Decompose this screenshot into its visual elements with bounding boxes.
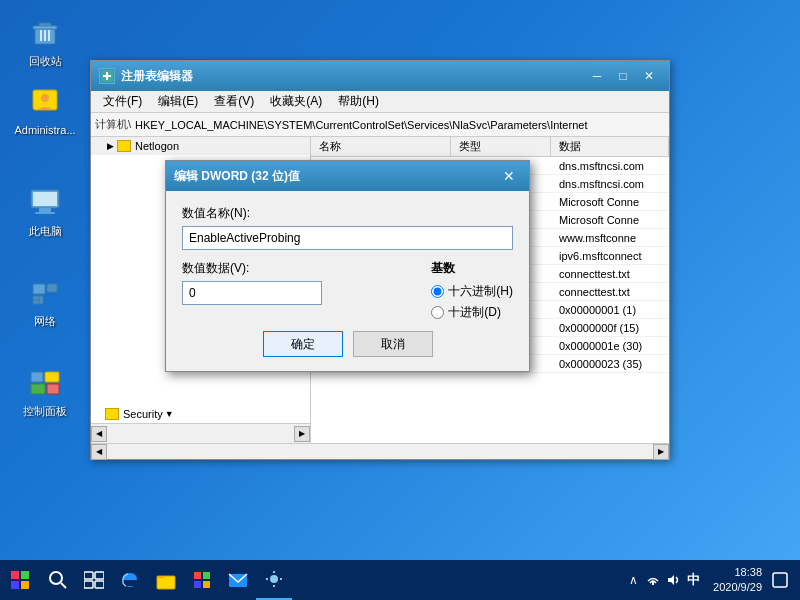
left-scroll-right-btn[interactable]: ▶: [294, 426, 310, 442]
hex-radio-label[interactable]: 十六进制(H): [431, 283, 513, 300]
svg-line-29: [61, 583, 66, 588]
menu-bar: 文件(F) 编辑(E) 查看(V) 收藏夹(A) 帮助(H): [91, 91, 669, 113]
notification-center-button[interactable]: [768, 560, 792, 600]
recycle-bin-label: 回收站: [29, 54, 62, 69]
administrator-label: Administra...: [14, 124, 75, 136]
h-scroll-right[interactable]: ▶: [653, 444, 669, 460]
svg-rect-38: [203, 581, 210, 588]
ok-button[interactable]: 确定: [263, 331, 343, 357]
dec-radio[interactable]: [431, 306, 444, 319]
minimize-button[interactable]: ─: [585, 66, 609, 86]
svg-rect-10: [39, 208, 51, 212]
security-expand-arrow: ▼: [165, 409, 174, 419]
col-header-type: 类型: [451, 137, 551, 156]
left-scroll-left-btn[interactable]: ◀: [91, 426, 107, 442]
control-panel-label: 控制面板: [23, 404, 67, 419]
dialog-close-button[interactable]: ✕: [497, 166, 521, 186]
taskbar-explorer-icon[interactable]: [148, 560, 184, 600]
svg-rect-27: [21, 581, 29, 589]
svg-rect-24: [11, 571, 19, 579]
tree-item-netlogon[interactable]: ▶ Netlogon: [91, 137, 310, 155]
desktop-icon-administrator[interactable]: Administra...: [10, 80, 80, 140]
system-clock[interactable]: 18:38 2020/9/29: [713, 565, 762, 596]
clock-date: 2020/9/29: [713, 580, 762, 595]
tray-ime-icon[interactable]: 中: [685, 572, 701, 588]
svg-rect-18: [45, 372, 59, 382]
tray-volume-icon[interactable]: [665, 572, 681, 588]
task-view-button[interactable]: [76, 560, 112, 600]
menu-view[interactable]: 查看(V): [206, 91, 262, 112]
left-panel-bottom-scrollbar: ◀ Security ▼ ▶: [91, 423, 310, 443]
dec-label: 十进制(D): [448, 304, 501, 321]
left-scroll-area: Security ▼: [107, 424, 294, 444]
dialog-title: 编辑 DWORD (32 位)值: [174, 168, 300, 185]
base-group: 基数 十六进制(H) 十进制(D): [431, 260, 513, 321]
tray-icons: ∧ 中: [625, 572, 701, 588]
svg-rect-36: [203, 572, 210, 579]
administrator-icon: [27, 84, 63, 120]
col-header-name: 名称: [311, 137, 451, 156]
svg-rect-26: [11, 581, 19, 589]
menu-edit[interactable]: 编辑(E): [150, 91, 206, 112]
svg-point-28: [50, 572, 62, 584]
svg-rect-30: [84, 572, 93, 579]
menu-file[interactable]: 文件(F): [95, 91, 150, 112]
taskbar-weather-icon[interactable]: [256, 560, 292, 600]
svg-rect-35: [194, 572, 201, 579]
network-label: 网络: [34, 314, 56, 329]
taskbar-mail-icon[interactable]: [220, 560, 256, 600]
computer-icon: [27, 184, 63, 220]
security-folder-icon: [105, 408, 119, 420]
taskbar-store-icon[interactable]: [184, 560, 220, 600]
desktop-icon-computer[interactable]: 此电脑: [10, 180, 80, 243]
cancel-button[interactable]: 取消: [353, 331, 433, 357]
value-name-group: 数值名称(N):: [182, 205, 513, 250]
value-data-input[interactable]: [182, 281, 322, 305]
desktop-icon-recycle-bin[interactable]: 回收站: [10, 10, 80, 73]
maximize-button[interactable]: □: [611, 66, 635, 86]
dword-edit-dialog: 编辑 DWORD (32 位)值 ✕ 数值名称(N): 数值数据(V): 基数: [165, 160, 530, 372]
tray-network-icon[interactable]: [645, 572, 661, 588]
svg-marker-45: [668, 575, 674, 585]
desktop-icon-control-panel[interactable]: 控制面板: [10, 360, 80, 423]
hex-radio[interactable]: [431, 285, 444, 298]
desktop-icon-network[interactable]: 网络: [10, 270, 80, 333]
svg-rect-17: [31, 372, 43, 382]
address-path: HKEY_LOCAL_MACHINE\SYSTEM\CurrentControl…: [135, 119, 665, 131]
svg-rect-32: [84, 581, 93, 588]
svg-rect-20: [47, 384, 59, 394]
clock-time: 18:38: [713, 565, 762, 580]
bottom-scrollbar: ◀ ▶: [91, 443, 669, 459]
dialog-buttons: 确定 取消: [182, 331, 513, 357]
dialog-titlebar[interactable]: 编辑 DWORD (32 位)值 ✕: [166, 161, 529, 191]
svg-rect-31: [95, 572, 104, 579]
menu-favorites[interactable]: 收藏夹(A): [262, 91, 330, 112]
registry-titlebar[interactable]: 注册表编辑器 ─ □ ✕: [91, 61, 669, 91]
svg-rect-13: [47, 284, 57, 292]
tree-folder-icon-netlogon: [117, 140, 131, 152]
value-name-label: 数值名称(N):: [182, 205, 513, 222]
svg-rect-11: [35, 212, 55, 214]
dec-radio-label[interactable]: 十进制(D): [431, 304, 513, 321]
recycle-bin-icon: [27, 14, 63, 50]
tree-label-netlogon: Netlogon: [135, 140, 179, 152]
start-button[interactable]: [0, 560, 40, 600]
svg-rect-46: [773, 573, 787, 587]
value-name-input[interactable]: [182, 226, 513, 250]
svg-rect-19: [31, 384, 45, 394]
address-label-text: 计算机\: [95, 117, 131, 132]
h-scroll-track: [107, 444, 653, 459]
tree-item-security[interactable]: Security ▼: [91, 405, 310, 423]
value-data-group: 数值数据(V):: [182, 260, 411, 321]
tree-arrow-netlogon: ▶: [107, 141, 114, 151]
tray-expand-icon[interactable]: ∧: [625, 572, 641, 588]
col-header-data: 数据: [551, 137, 669, 156]
value-data-row: 数值数据(V): 基数 十六进制(H) 十进制(D): [182, 260, 513, 321]
hex-label: 十六进制(H): [448, 283, 513, 300]
menu-help[interactable]: 帮助(H): [330, 91, 387, 112]
svg-rect-33: [95, 581, 104, 588]
close-button[interactable]: ✕: [637, 66, 661, 86]
taskbar-edge-icon[interactable]: [112, 560, 148, 600]
search-button[interactable]: [40, 560, 76, 600]
h-scroll-left[interactable]: ◀: [91, 444, 107, 460]
